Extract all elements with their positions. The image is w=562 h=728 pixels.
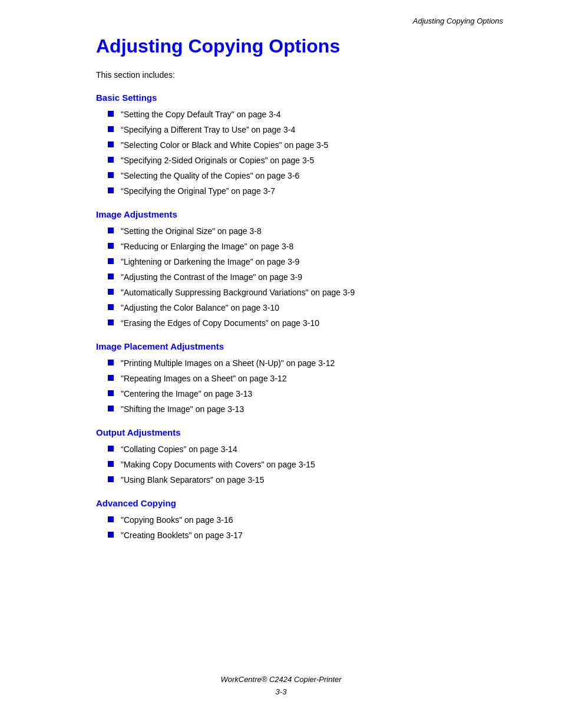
bullet-icon	[108, 390, 114, 396]
section-list-image-adjustments: "Setting the Original Size" on page 3-8"…	[96, 225, 503, 330]
list-item-text: "Setting the Copy Default Tray" on page …	[121, 108, 280, 121]
list-item-text: “Erasing the Edges of Copy Documents” on…	[121, 317, 319, 330]
section-heading-image-placement: Image Placement Adjustments	[96, 341, 503, 351]
bullet-icon	[108, 360, 114, 365]
list-item-text: "Centering the Image" on page 3-13	[121, 388, 252, 400]
list-item-text: "Specifying 2-Sided Originals or Copies"…	[121, 154, 314, 167]
list-item: "Making Copy Documents with Covers" on p…	[108, 459, 503, 471]
list-item: "Automatically Suppressing Background Va…	[108, 286, 503, 299]
list-item-text: "Reducing or Enlarging the Image" on pag…	[121, 241, 293, 253]
list-item: "Setting the Copy Default Tray" on page …	[108, 108, 503, 121]
list-item: “Specifying a Different Tray to Use” on …	[108, 124, 503, 136]
list-item: "Reducing or Enlarging the Image" on pag…	[108, 241, 503, 253]
bullet-icon	[108, 532, 114, 538]
section-heading-image-adjustments: Image Adjustments	[96, 209, 503, 219]
bullet-icon	[108, 187, 114, 193]
list-item-text: "Copying Books" on page 3-16	[121, 514, 233, 526]
footer-line2: 3-3	[0, 686, 562, 699]
intro-paragraph: This section includes:	[96, 70, 503, 80]
list-item-text: “Specifying a Different Tray to Use” on …	[121, 124, 295, 136]
page: Adjusting Copying Options Adjusting Copy…	[0, 0, 562, 728]
list-item: "Lightening or Darkening the Image" on p…	[108, 256, 503, 268]
list-item: "Adjusting the Contrast of the Image" on…	[108, 271, 503, 284]
bullet-icon	[108, 461, 114, 467]
list-item-text: "Automatically Suppressing Background Va…	[121, 286, 355, 299]
list-item: "Selecting the Quality of the Copies" on…	[108, 170, 503, 182]
list-item: "Creating Booklets" on page 3-17	[108, 529, 503, 542]
bullet-icon	[108, 476, 114, 482]
page-header: Adjusting Copying Options	[413, 17, 503, 25]
bullet-icon	[108, 289, 114, 295]
section-heading-advanced-copying: Advanced Copying	[96, 498, 503, 508]
list-item-text: "Shifting the Image" on page 3-13	[121, 403, 244, 416]
list-item: “Erasing the Edges of Copy Documents” on…	[108, 317, 503, 330]
bullet-icon	[108, 258, 114, 264]
list-item-text: "Adjusting the Color Balance" on page 3-…	[121, 302, 279, 314]
list-item: "Selecting Color or Black and White Copi…	[108, 139, 503, 151]
bullet-icon	[108, 446, 114, 452]
bullet-icon	[108, 111, 114, 117]
list-item: "Adjusting the Color Balance" on page 3-…	[108, 302, 503, 314]
section-list-advanced-copying: "Copying Books" on page 3-16"Creating Bo…	[96, 514, 503, 542]
list-item-text: "Setting the Original Size" on page 3-8	[121, 225, 262, 238]
bullet-icon	[108, 274, 114, 279]
list-item-text: "Repeating Images on a Sheet" on page 3-…	[121, 373, 287, 385]
list-item: "Setting the Original Size" on page 3-8	[108, 225, 503, 238]
section-heading-basic-settings: Basic Settings	[96, 93, 503, 103]
bullet-icon	[108, 228, 114, 233]
list-item-text: "Printing Multiple Images on a Sheet (N-…	[121, 357, 335, 370]
list-item-text: "Adjusting the Contrast of the Image" on…	[121, 271, 302, 284]
list-item: "Using Blank Separators" on page 3-15	[108, 474, 503, 486]
list-item-text: "Lightening or Darkening the Image" on p…	[121, 256, 299, 268]
bullet-icon	[108, 406, 114, 411]
list-item: "Centering the Image" on page 3-13	[108, 388, 503, 400]
list-item: "Printing Multiple Images on a Sheet (N-…	[108, 357, 503, 370]
list-item-text: “Collating Copies” on page 3-14	[121, 443, 237, 456]
bullet-icon	[108, 516, 114, 522]
footer-line1: WorkCentre® C2424 Copier-Printer	[0, 674, 562, 686]
list-item-text: "Making Copy Documents with Covers" on p…	[121, 459, 315, 471]
list-item-text: "Using Blank Separators" on page 3-15	[121, 474, 264, 486]
list-item: "Shifting the Image" on page 3-13	[108, 403, 503, 416]
list-item: “Collating Copies” on page 3-14	[108, 443, 503, 456]
list-item: "Copying Books" on page 3-16	[108, 514, 503, 526]
bullet-icon	[108, 172, 114, 178]
section-list-basic-settings: "Setting the Copy Default Tray" on page …	[96, 108, 503, 197]
list-item-text: “Specifying the Original Type” on page 3…	[121, 185, 275, 197]
page-title: Adjusting Copying Options	[96, 35, 503, 57]
list-item: “Specifying the Original Type” on page 3…	[108, 185, 503, 197]
list-item: "Repeating Images on a Sheet" on page 3-…	[108, 373, 503, 385]
section-list-output-adjustments: “Collating Copies” on page 3-14"Making C…	[96, 443, 503, 486]
bullet-icon	[108, 375, 114, 381]
list-item-text: "Selecting the Quality of the Copies" on…	[121, 170, 299, 182]
bullet-icon	[108, 141, 114, 147]
list-item-text: "Creating Booklets" on page 3-17	[121, 529, 243, 542]
sections-container: Basic Settings"Setting the Copy Default …	[96, 93, 503, 542]
list-item-text: "Selecting Color or Black and White Copi…	[121, 139, 328, 151]
section-heading-output-adjustments: Output Adjustments	[96, 427, 503, 437]
bullet-icon	[108, 126, 114, 132]
bullet-icon	[108, 243, 114, 249]
bullet-icon	[108, 304, 114, 310]
bullet-icon	[108, 319, 114, 325]
list-item: "Specifying 2-Sided Originals or Copies"…	[108, 154, 503, 167]
section-list-image-placement: "Printing Multiple Images on a Sheet (N-…	[96, 357, 503, 416]
page-footer: WorkCentre® C2424 Copier-Printer 3-3	[0, 674, 562, 699]
bullet-icon	[108, 157, 114, 163]
